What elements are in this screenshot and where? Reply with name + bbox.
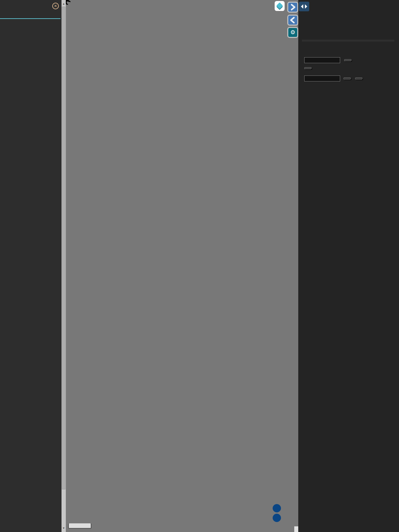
layers-icon: [275, 1, 285, 11]
gear-icon: ⚙: [290, 29, 295, 36]
clear-search-button[interactable]: [304, 67, 312, 69]
search-button[interactable]: [344, 59, 351, 61]
sidebar-scrollbar[interactable]: ▲ ▼: [62, 0, 66, 532]
search-section: [304, 55, 391, 81]
aircraft-icon[interactable]: [66, 0, 70, 5]
divider: [0, 18, 61, 19]
close-icon[interactable]: ✕: [52, 3, 59, 9]
map-attribution: [294, 526, 298, 532]
panel-tabs: [302, 40, 394, 42]
control-panel: [298, 0, 399, 532]
search-input[interactable]: [304, 57, 340, 63]
map[interactable]: ⚙: [66, 0, 298, 532]
left-right-arrows-icon: [299, 2, 309, 11]
scrollbar-thumb[interactable]: [62, 7, 66, 489]
scroll-up-icon[interactable]: ▲: [62, 2, 66, 6]
chevron-right-icon: [288, 3, 297, 12]
scroll-down-icon[interactable]: ▼: [62, 526, 66, 530]
aircraft-data-list: [0, 68, 62, 76]
stats-block: [303, 13, 308, 20]
sidebar-expand-button[interactable]: [288, 3, 297, 12]
settings-button[interactable]: ⚙: [288, 28, 297, 37]
zoom-in-button[interactable]: [273, 504, 281, 512]
flight-trail: [66, 0, 298, 532]
jump-clear-button[interactable]: [355, 77, 362, 79]
zoom-out-button[interactable]: [273, 514, 281, 522]
jump-button[interactable]: [343, 77, 351, 79]
sidebar-collapse-button[interactable]: [288, 16, 297, 25]
jump-input[interactable]: [304, 75, 340, 81]
layer-switcher-button[interactable]: [275, 1, 285, 11]
panel-width-toggle-button[interactable]: [299, 2, 309, 11]
aircraft-detail-sidebar: ✕: [0, 0, 62, 532]
map-scale: [68, 523, 91, 529]
chevron-left-icon: [288, 16, 297, 25]
